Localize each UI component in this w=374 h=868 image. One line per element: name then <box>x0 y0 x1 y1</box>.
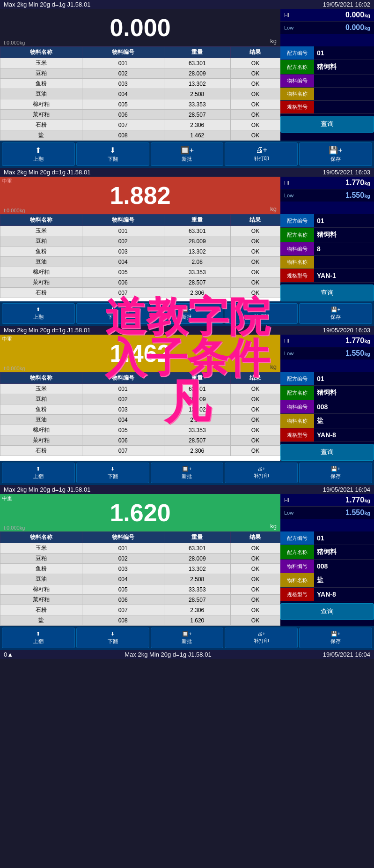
btn-down-3[interactable]: ⬇ 下翻 <box>76 463 149 483</box>
info-value: 猪饲料 <box>314 386 374 400</box>
btn-print-4[interactable]: 🖨+ 补打印 <box>225 628 298 648</box>
btn-down-2[interactable]: ⬇ 下翻 <box>76 303 149 324</box>
weight-hi-3: HI 1.770kg <box>280 335 374 347</box>
weight-value-4: 1.620 <box>110 501 170 525</box>
bottom-center: Max 2kg Min 20g d=1g J1.58.01 <box>125 651 211 658</box>
status-right-3: 19/05/2020 16:03 <box>323 327 370 334</box>
new-icon-2: 🔲+ <box>182 307 191 313</box>
info-row: 配方编号01 <box>280 214 374 228</box>
status-right-1: 19/05/2021 16:02 <box>323 1 370 8</box>
query-btn-4[interactable]: 查询 <box>280 603 374 620</box>
info-label: 物料编号 <box>280 242 314 255</box>
panel-2: Max 2kg Min 20g d=1g J1.58.01 19/05/2021… <box>0 168 374 326</box>
hi-label-1: HI <box>284 12 289 18</box>
weight-hi-2: HI 1.770kg <box>280 177 374 189</box>
info-value: 盐 <box>314 414 374 428</box>
down-icon-2: ⬇ <box>110 307 115 313</box>
content-area-1: 物料名称 物料编号 重量 结果 玉米00163.301OK豆粕00228.009… <box>0 46 374 141</box>
weight-unit-3: kg <box>270 363 277 370</box>
info-value <box>314 101 374 113</box>
btn-up-1[interactable]: ⬆ 上翻 <box>2 142 75 166</box>
data-table-4: 物料名称 物料编号 重量 结果 玉米00163.301OK豆粕00228.009… <box>0 531 280 626</box>
btn-up-2[interactable]: ⬆ 上翻 <box>2 303 75 324</box>
weight-right-3: HI 1.770kg Low 1.550kg <box>280 335 374 372</box>
save-icon-4: 💾+ <box>331 631 340 637</box>
toolbar-4: ⬆ 上翻 ⬇ 下翻 🔲+ 新批 🖨+ 补打印 💾+ 保存 <box>0 626 374 650</box>
table-row: 豆油0042.508OK <box>0 574 280 584</box>
btn-new-4[interactable]: 🔲+ 新批 <box>151 628 224 648</box>
btn-save-2[interactable]: 💾+ 保存 <box>299 303 372 324</box>
side-panel-3: 配方编号01配方名称猪饲料物料编号008物料名称盐规格型号YAN-8查询 <box>280 372 374 461</box>
btn-up-3[interactable]: ⬆ 上翻 <box>2 463 75 483</box>
btn-print-3[interactable]: 🖨+ 补打印 <box>225 463 298 483</box>
weight-low-2: Low 1.550kg <box>280 189 374 202</box>
table-row: 石粉0072.306OK <box>0 605 280 615</box>
table-row: 棉籽粕00533.353OK <box>0 99 280 110</box>
toolbar-2: ⬆ 上翻 ⬇ 下翻 🔲+ 新批 🖨+ 补打印 💾+ 保存 <box>0 301 374 326</box>
table-section-3: 物料名称 物料编号 重量 结果 玉米00163.301OK豆粕00228.009… <box>0 372 280 461</box>
info-value: 008 <box>314 400 374 413</box>
up-icon-3: ⬆ <box>36 466 40 472</box>
weight-unit-2: kg <box>270 205 277 212</box>
info-row: 规格型号YAN-8 <box>280 428 374 442</box>
info-label: 物料名称 <box>280 414 314 428</box>
weight-unit-1: kg <box>270 37 277 45</box>
btn-print-1[interactable]: 🖨+ 补打印 <box>225 142 298 166</box>
btn-new-2[interactable]: 🔲+ 新批 <box>151 303 224 324</box>
info-label: 规格型号 <box>280 101 314 113</box>
table-section-1: 物料名称 物料编号 重量 结果 玉米00163.301OK豆粕00228.009… <box>0 46 280 141</box>
bottom-left: 0▲ <box>4 651 13 658</box>
btn-up-4[interactable]: ⬆ 上翻 <box>2 628 75 648</box>
content-area-2: 物料名称 物料编号 重量 结果 玉米00163.301OK豆粕00228.009… <box>0 214 374 301</box>
info-value: 008 <box>314 560 374 573</box>
query-btn-3[interactable]: 查询 <box>280 444 374 461</box>
info-value: 猪饲料 <box>314 60 374 74</box>
btn-new-3[interactable]: 🔲+ 新批 <box>151 463 224 483</box>
info-value: YAN-8 <box>314 428 374 441</box>
table-row: 豆油0042.508OK <box>0 89 280 99</box>
info-value: YAN-1 <box>314 269 374 282</box>
content-area-3: 物料名称 物料编号 重量 结果 玉米00163.301OK豆粕00228.009… <box>0 372 374 461</box>
up-icon-4: ⬆ <box>36 631 40 637</box>
weight-hi-4: HI 1.770kg <box>280 494 374 507</box>
info-row: 物料编号8 <box>280 242 374 256</box>
btn-save-1[interactable]: 💾+ 保存 <box>299 142 372 166</box>
side-panel-4: 配方编号01配方名称猪饲料物料编号008物料名称盐规格型号YAN-8查询 <box>280 531 374 626</box>
info-label: 物料编号 <box>280 400 314 413</box>
weight-display-4: 中重 1.620 t:0.000kg kg <box>0 494 280 531</box>
info-row: 物料名称盐 <box>280 573 374 588</box>
btn-down-4[interactable]: ⬇ 下翻 <box>76 628 149 648</box>
tare-3: t:0.000kg <box>4 366 25 371</box>
table-section-2: 物料名称 物料编号 重量 结果 玉米00163.301OK豆粕00228.009… <box>0 214 280 301</box>
table-row: 豆粕00228.009OK <box>0 236 280 247</box>
weight-area-1: 0.000 t:0.000kg kg HI 0.000kg Low 0.000k… <box>0 9 374 46</box>
weight-area-2: 中重 1.882 t:0.000kg kg HI 1.770kg Low 1.5… <box>0 177 374 214</box>
btn-new-1[interactable]: 🔲+ 新批 <box>151 142 224 166</box>
col-name-2: 物料名称 <box>0 215 82 226</box>
btn-save-3[interactable]: 💾+ 保存 <box>299 463 372 483</box>
btn-save-4[interactable]: 💾+ 保存 <box>299 628 372 648</box>
btn-down-1[interactable]: ⬇ 下翻 <box>76 142 149 166</box>
data-table-1: 物料名称 物料编号 重量 结果 玉米00163.301OK豆粕00228.009… <box>0 46 280 141</box>
info-row: 规格型号 <box>280 101 374 114</box>
table-row: 玉米00163.301OK <box>0 384 280 394</box>
weight-right-4: HI 1.770kg Low 1.550kg <box>280 494 374 531</box>
info-value <box>314 75 374 87</box>
query-btn-1[interactable]: 查询 <box>280 116 374 133</box>
table-row: 鱼粉00313.302OK <box>0 404 280 415</box>
save-icon-1: 💾+ <box>329 146 342 155</box>
info-row: 配方名称猪饲料 <box>280 545 374 560</box>
weight-display-1: 0.000 t:0.000kg kg <box>0 9 280 46</box>
query-btn-2[interactable]: 查询 <box>280 284 374 301</box>
info-value: 01 <box>314 531 374 545</box>
col-weight-2: 重量 <box>164 215 230 226</box>
status-left-1: Max 2kg Min 20g d=1g J1.58.01 <box>4 1 90 8</box>
col-result-2: 结果 <box>230 215 280 226</box>
btn-print-2[interactable]: 🖨+ 补打印 <box>225 303 298 324</box>
table-row: 豆油0042.08OK <box>0 257 280 267</box>
new-icon-1: 🔲+ <box>180 146 194 155</box>
tare-4: t:0.000kg <box>4 525 25 531</box>
table-row: 石粉0072.306OK <box>0 120 280 130</box>
col-result: 结果 <box>230 47 280 58</box>
panel-4: Max 2kg Min 20g d=1g J1.58.01 19/05/2021… <box>0 485 374 650</box>
